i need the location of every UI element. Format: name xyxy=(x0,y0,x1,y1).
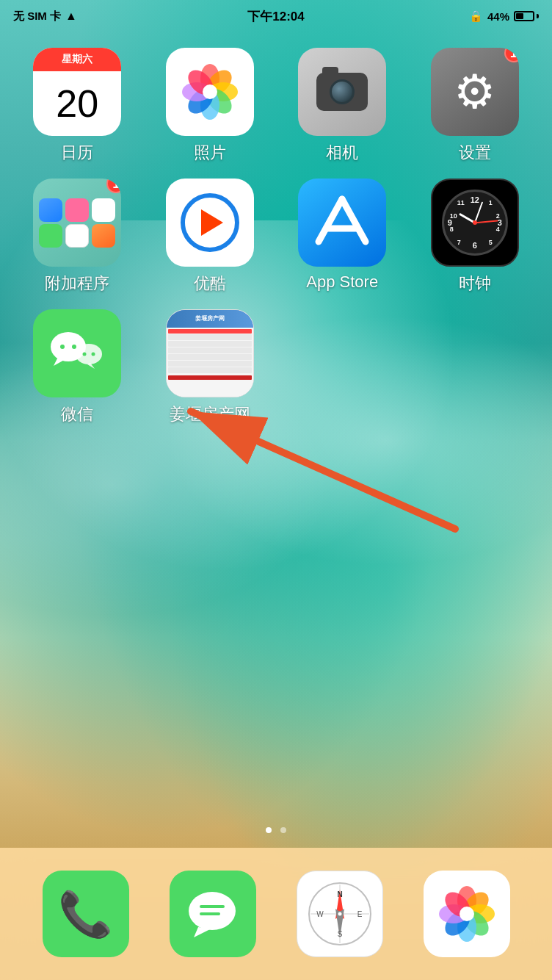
mini-green-icon xyxy=(39,224,62,248)
dock-app-photos[interactable] xyxy=(424,871,510,957)
dock-app-phone[interactable]: 📞 xyxy=(43,871,129,957)
app-camera[interactable]: 相机 xyxy=(280,48,405,164)
folder-badge: 1 xyxy=(106,179,121,193)
property-icon: 姜堰房产网 xyxy=(166,309,254,397)
svg-text:N: N xyxy=(337,890,342,898)
svg-rect-24 xyxy=(200,905,225,908)
safari-compass-icon: N S E W xyxy=(307,881,373,947)
app-appstore[interactable]: App Store xyxy=(280,179,405,295)
clock-face: 12 3 6 9 1 11 2 10 4 8 5 7 xyxy=(442,190,508,256)
clock-second-hand xyxy=(475,220,498,223)
mini-mail-icon xyxy=(39,198,62,222)
property-screenshot: 姜堰房产网 xyxy=(167,310,253,397)
clock-num-10: 10 xyxy=(450,212,457,220)
app-property[interactable]: 姜堰房产网 姜堰房产网 xyxy=(148,309,273,425)
app-youku[interactable]: 优酷 xyxy=(148,179,273,295)
clock-num-12: 12 xyxy=(471,195,479,204)
svg-text:E: E xyxy=(357,910,362,918)
clock-num-4: 4 xyxy=(496,226,500,233)
settings-icon: ⚙ 1 xyxy=(431,48,519,136)
wifi-icon: ▲ xyxy=(65,10,77,23)
youku-circle xyxy=(181,193,239,252)
calendar-date: 20 xyxy=(56,84,98,123)
property-row-4 xyxy=(168,354,252,360)
dock-app-messages[interactable] xyxy=(170,871,256,957)
clock-num-5: 5 xyxy=(489,239,493,246)
folder-label: 附加程序 xyxy=(45,273,109,295)
lock-icon: 🔒 xyxy=(469,10,483,23)
property-row-3 xyxy=(168,347,252,353)
status-bar: 无 SIM 卡 ▲ 下午12:04 🔒 44% xyxy=(0,0,552,32)
svg-point-8 xyxy=(203,84,217,99)
camera-lens xyxy=(330,79,355,104)
mini-mail2-icon xyxy=(65,224,89,248)
svg-line-9 xyxy=(319,199,342,242)
appstore-label: App Store xyxy=(306,273,378,292)
dock: 📞 N S xyxy=(0,848,552,980)
photos-icon xyxy=(166,48,254,136)
settings-label: 设置 xyxy=(459,142,491,164)
svg-point-45 xyxy=(460,907,474,921)
svg-point-16 xyxy=(60,345,65,349)
property-bar-2 xyxy=(168,375,252,380)
calendar-body: 20 xyxy=(56,71,98,136)
appstore-a-icon xyxy=(313,193,371,252)
wechat-icon xyxy=(33,309,121,397)
settings-badge: 1 xyxy=(504,48,519,62)
photos-label: 照片 xyxy=(194,142,226,164)
photos-flower-icon xyxy=(181,62,239,121)
clock-center-dot xyxy=(473,220,477,225)
svg-point-18 xyxy=(83,353,87,356)
app-settings[interactable]: ⚙ 1 设置 xyxy=(413,48,538,164)
app-calendar[interactable]: 星期六 20 日历 xyxy=(15,48,140,164)
wechat-label: 微信 xyxy=(61,403,93,425)
app-photos[interactable]: 照片 xyxy=(148,48,273,164)
property-content xyxy=(167,328,253,397)
wechat-bubbles-icon xyxy=(48,328,106,379)
property-row-2 xyxy=(168,341,252,347)
battery-icon xyxy=(514,11,539,21)
property-header: 姜堰房产网 xyxy=(167,310,253,328)
calendar-header: 星期六 xyxy=(33,48,121,71)
mini-store-icon xyxy=(92,224,115,248)
carrier-label: 无 SIM 卡 xyxy=(13,10,61,24)
app-clock[interactable]: 12 3 6 9 1 11 2 10 4 8 5 7 时钟 xyxy=(413,179,538,295)
appstore-icon xyxy=(298,179,386,267)
page-dots xyxy=(266,827,286,833)
svg-point-22 xyxy=(189,892,236,930)
youku-play-icon xyxy=(201,209,223,236)
clock-num-8: 8 xyxy=(450,226,454,233)
property-bar-1 xyxy=(168,329,252,334)
calendar-icon: 星期六 20 xyxy=(33,48,121,136)
clock-num-6: 6 xyxy=(473,241,477,250)
messages-icon xyxy=(170,871,256,957)
calendar-label: 日历 xyxy=(61,142,93,164)
dock-app-safari[interactable]: N S E W xyxy=(297,871,383,957)
svg-point-17 xyxy=(72,345,76,349)
svg-line-10 xyxy=(342,199,366,242)
folder-row-1 xyxy=(39,198,115,222)
time-label: 下午12:04 xyxy=(247,8,304,25)
svg-point-14 xyxy=(76,344,102,364)
messages-bubble-icon xyxy=(185,890,240,938)
clock-num-1: 1 xyxy=(489,199,493,206)
folder-row-2 xyxy=(39,224,115,248)
clock-num-2: 2 xyxy=(496,212,500,220)
clock-num-11: 11 xyxy=(457,199,465,206)
property-row-5 xyxy=(168,361,252,367)
property-row-6 xyxy=(168,367,252,373)
status-right: 🔒 44% xyxy=(469,10,539,23)
folder-icon: 1 xyxy=(33,179,121,267)
app-folder[interactable]: 1 附加程序 xyxy=(15,179,140,295)
svg-marker-23 xyxy=(194,927,211,937)
safari-icon: N S E W xyxy=(297,871,383,957)
app-wechat[interactable]: 微信 xyxy=(15,309,140,425)
page-dot-2 xyxy=(280,827,286,833)
mini-heart-icon xyxy=(65,198,89,222)
phone-symbol: 📞 xyxy=(58,888,113,940)
svg-point-36 xyxy=(338,912,341,916)
camera-icon xyxy=(298,48,386,136)
clock-label: 时钟 xyxy=(459,273,491,295)
property-label: 姜堰房产网 xyxy=(170,403,250,425)
camera-bump xyxy=(322,67,338,74)
